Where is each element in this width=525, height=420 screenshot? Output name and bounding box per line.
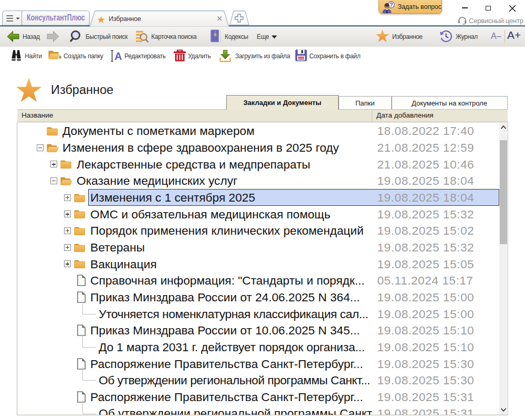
svg-text:?: ?	[390, 2, 393, 8]
svg-text:A: A	[114, 50, 122, 62]
